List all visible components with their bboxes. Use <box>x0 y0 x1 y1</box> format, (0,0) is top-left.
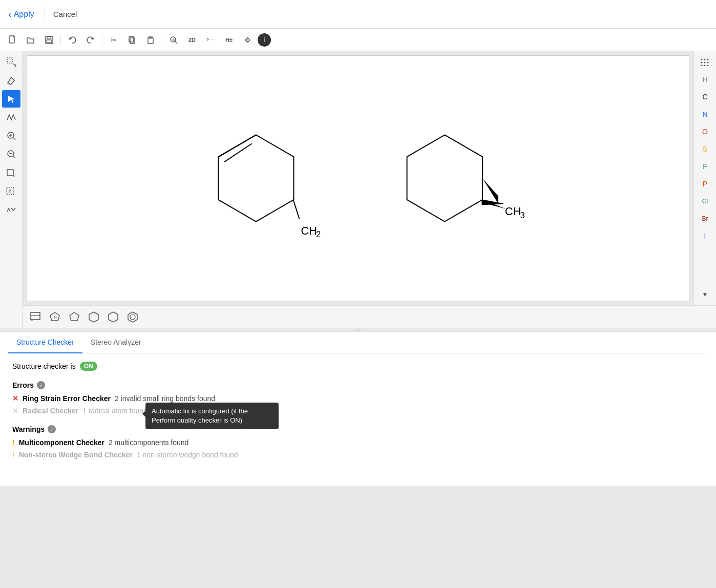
warnings-info-icon[interactable]: i <box>48 425 56 433</box>
non-stereo-warning-icon: ! <box>12 451 15 459</box>
svg-text:n: n <box>13 173 16 178</box>
canvas[interactable]: CH 2 <box>27 55 689 301</box>
paste-button[interactable] <box>142 32 159 48</box>
element-O[interactable]: O <box>696 123 714 140</box>
save-button[interactable] <box>41 32 57 48</box>
hexagon-tool[interactable] <box>85 308 102 326</box>
erase-tool[interactable] <box>2 72 20 89</box>
svg-marker-53 <box>109 312 118 322</box>
svg-point-43 <box>701 65 702 67</box>
element-I[interactable]: I <box>696 227 714 245</box>
checker-status: Structure checker is ON <box>12 362 704 371</box>
toggle-on[interactable]: ON <box>80 362 97 371</box>
resize-handle[interactable] <box>0 328 716 332</box>
svg-text:⊗: ⊗ <box>172 38 175 41</box>
zoom-in-tool[interactable] <box>2 127 20 144</box>
radical-error-icon: ✕ <box>12 407 18 415</box>
select-rect-tool[interactable] <box>2 53 20 71</box>
new-doc-button[interactable] <box>4 32 20 48</box>
element-C[interactable]: C <box>696 88 714 106</box>
svg-line-27 <box>224 143 252 162</box>
svg-rect-11 <box>7 58 12 63</box>
element-H[interactable]: H <box>696 71 714 88</box>
cyclohexane-tool[interactable] <box>104 308 122 326</box>
r-group-tool[interactable]: R <box>2 182 20 200</box>
svg-marker-54 <box>128 312 137 322</box>
redo-button[interactable] <box>82 32 99 48</box>
svg-text:CH: CH <box>505 205 521 218</box>
svg-point-44 <box>704 65 705 67</box>
svg-point-38 <box>704 59 705 60</box>
element-Cl[interactable]: Cl <box>696 193 714 210</box>
2d-button[interactable]: 2D <box>184 32 200 48</box>
bond-zigzag-tool[interactable] <box>2 109 20 126</box>
svg-text:N: N <box>31 319 33 322</box>
errors-section-title: Errors i <box>12 381 704 389</box>
pentagon-tool[interactable] <box>66 308 83 326</box>
bottom-toolbar: N N <box>23 305 716 328</box>
template-tool[interactable]: N <box>27 308 44 326</box>
divider <box>45 7 45 22</box>
svg-line-17 <box>13 138 15 140</box>
radical-desc: 1 radical atom found <box>82 407 148 415</box>
sep2 <box>102 34 102 46</box>
errors-info-icon[interactable]: i <box>37 381 45 389</box>
top-bar: Apply Cancel <box>0 0 716 29</box>
scroll-down-button[interactable]: ▼ <box>696 286 714 303</box>
svg-text:3: 3 <box>520 211 525 220</box>
molecule-2: CH 3 <box>407 135 525 221</box>
cancel-button[interactable]: Cancel <box>53 10 77 18</box>
auto-fix-tooltip: Automatic fix is configured (if the Perf… <box>145 403 279 429</box>
tab-stereo-analyzer[interactable]: Stereo Analyzer <box>82 332 150 353</box>
element-S[interactable]: S <box>696 140 714 158</box>
checker-content: Structure checker is ON Errors i ✕ Ring … <box>8 362 708 459</box>
non-stereo-row: ! Non-stereo Wedge Bond Checker 1 non-st… <box>12 451 704 459</box>
molecule-svg: CH 2 <box>27 56 689 301</box>
tab-structure-checker[interactable]: Structure Checker <box>8 332 82 353</box>
svg-point-41 <box>704 62 705 64</box>
right-sidebar: H C N O S F P Cl Br I ▼ <box>693 51 716 305</box>
left-sidebar: n R <box>0 51 23 328</box>
svg-marker-34 <box>482 200 503 205</box>
ring-strain-error-icon: ✕ <box>12 394 18 403</box>
cut-button[interactable]: ✂ <box>106 32 122 48</box>
status-label: Structure checker is <box>12 362 76 370</box>
ring-strain-row: ✕ Ring Strain Error Checker 2 invalid sm… <box>12 394 704 403</box>
svg-line-20 <box>13 156 15 158</box>
multicomponent-desc: 2 multicomponents found <box>109 438 188 447</box>
element-P[interactable]: P <box>696 175 714 193</box>
search-zoom-button[interactable]: ⊗ <box>165 32 182 48</box>
copy-button[interactable] <box>124 32 140 48</box>
radical-name: Radical Checker <box>23 407 78 415</box>
element-N[interactable]: N <box>696 106 714 123</box>
bond-connect-button[interactable]: ⚬⋯ <box>202 32 219 48</box>
element-Br[interactable]: Br <box>696 210 714 227</box>
info-button[interactable]: i <box>258 33 271 47</box>
sep1 <box>60 34 61 46</box>
svg-marker-25 <box>218 135 293 221</box>
open-button[interactable] <box>23 32 39 48</box>
apply-button[interactable]: Apply <box>8 4 43 24</box>
svg-text:2: 2 <box>316 230 321 239</box>
element-grid-button[interactable] <box>696 53 714 71</box>
ring-strain-desc: 2 invalid small ring bonds found <box>115 394 215 403</box>
canvas-area[interactable]: CH 2 <box>23 51 693 305</box>
settings-button[interactable]: ⚙ <box>239 32 256 48</box>
arrow-tool[interactable] <box>2 90 20 108</box>
undo-button[interactable] <box>64 32 80 48</box>
svg-marker-52 <box>89 312 98 322</box>
reaction-tool[interactable] <box>2 201 20 218</box>
multicomponent-warning-icon: ! <box>12 438 15 447</box>
non-stereo-name: Non-stereo Wedge Bond Checker <box>19 451 133 459</box>
monomer-tool[interactable]: n <box>2 164 20 181</box>
element-F[interactable]: F <box>696 158 714 175</box>
svg-text:R: R <box>8 189 11 194</box>
zoom-out-tool[interactable] <box>2 145 20 163</box>
svg-marker-51 <box>70 312 79 321</box>
tabs: Structure Checker Stereo Analyzer <box>8 332 708 353</box>
h-plus-button[interactable]: H± <box>221 32 237 48</box>
benzene-tool[interactable] <box>124 308 141 326</box>
n-pentagon-tool[interactable]: N <box>46 308 64 326</box>
svg-marker-32 <box>482 178 498 204</box>
svg-point-42 <box>707 62 708 64</box>
